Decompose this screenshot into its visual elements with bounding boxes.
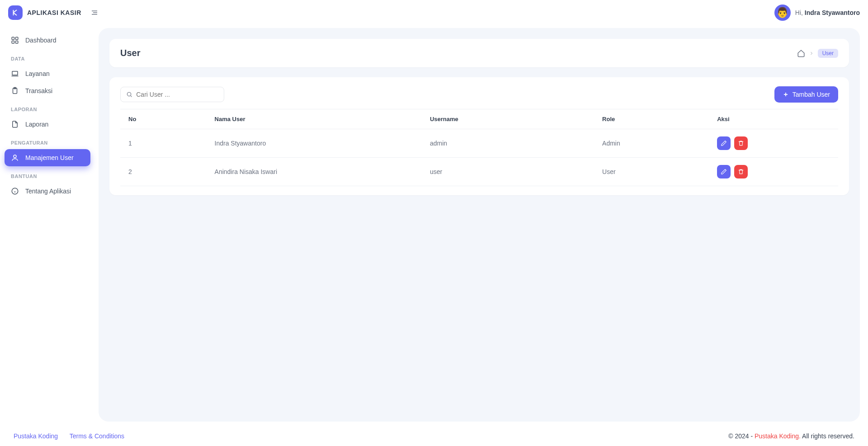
app-logo-icon [8,5,23,20]
sidebar-item-label: Dashboard [25,37,57,44]
main-content: User User Tambah User [99,28,860,422]
dashboard-icon [11,36,19,44]
user-menu[interactable]: Hi, Indra Styawantoro [774,5,860,21]
sidebar-toggle-button[interactable] [90,9,99,17]
sidebar-item-tentang[interactable]: Tentang Aplikasi [5,183,90,200]
sidebar-item-laporan[interactable]: Laporan [5,116,90,133]
breadcrumb-current: User [818,49,838,58]
edit-icon [721,140,727,146]
sidebar-heading-data: DATA [5,49,90,65]
breadcrumb-home[interactable] [797,49,805,57]
table-card: Tambah User No Nama User Username Role A… [109,77,849,195]
edit-button[interactable] [717,165,731,178]
app-name: APLIKASI KASIR [27,9,81,16]
svg-rect-7 [12,71,18,75]
avatar [774,5,791,21]
cell-username: admin [422,129,594,158]
add-user-button[interactable]: Tambah User [774,86,838,103]
svg-point-15 [127,92,131,96]
clipboard-icon [11,87,19,95]
plus-icon [783,91,789,98]
th-username: Username [422,109,594,129]
svg-rect-3 [12,37,14,39]
users-table: No Nama User Username Role Aksi 1 Indra … [120,109,838,186]
sidebar-item-label: Layanan [25,70,50,77]
search-input[interactable] [136,91,218,98]
edit-button[interactable] [717,136,731,150]
page-header-card: User User [109,39,849,67]
sidebar-item-label: Manajemen User [25,154,74,161]
cell-username: user [422,158,594,186]
search-icon [126,91,132,98]
topbar: APLIKASI KASIR Hi, Indra Styawantoro [0,0,868,25]
th-nama: Nama User [207,109,422,129]
page-title: User [120,48,140,58]
sidebar-item-label: Laporan [25,121,48,128]
cell-no: 1 [120,129,207,158]
th-role: Role [594,109,709,129]
footer-link-terms[interactable]: Terms & Conditions [70,432,124,440]
info-icon [11,187,19,195]
document-icon [11,120,19,128]
th-aksi: Aksi [709,109,838,129]
trash-icon [738,169,744,175]
svg-line-16 [131,96,132,97]
delete-button[interactable] [734,136,748,150]
cell-nama: Anindira Nisaka Iswari [207,158,422,186]
sidebar-item-manajemen-user[interactable]: Manajemen User [5,149,90,166]
delete-button[interactable] [734,165,748,178]
sidebar: Dashboard DATA Layanan Transaksi LAPORAN… [0,25,95,426]
user-greeting: Hi, Indra Styawantoro [795,9,860,16]
brand[interactable]: APLIKASI KASIR [8,5,81,20]
table-row: 2 Anindira Nisaka Iswari user User [120,158,838,186]
cell-role: Admin [594,129,709,158]
sidebar-item-dashboard[interactable]: Dashboard [5,32,90,49]
svg-rect-4 [16,37,18,39]
footer: Pustaka Koding Terms & Conditions © 2024… [0,426,868,446]
home-icon [797,49,805,57]
search-box[interactable] [120,87,224,102]
cell-role: User [594,158,709,186]
svg-point-11 [14,155,16,158]
th-no: No [120,109,207,129]
chevron-right-icon [809,51,814,56]
cell-nama: Indra Styawantoro [207,129,422,158]
breadcrumb: User [797,49,838,58]
edit-icon [721,169,727,175]
sidebar-heading-bantuan: BANTUAN [5,166,90,183]
sidebar-item-transaksi[interactable]: Transaksi [5,82,90,99]
svg-rect-5 [12,41,14,43]
footer-link-pustaka[interactable]: Pustaka Koding [14,432,58,440]
sidebar-item-label: Transaksi [25,87,52,94]
table-row: 1 Indra Styawantoro admin Admin [120,129,838,158]
table-toolbar: Tambah User [120,86,838,103]
sidebar-item-label: Tentang Aplikasi [25,188,71,195]
laptop-icon [11,70,19,78]
sidebar-heading-pengaturan: PENGATURAN [5,133,90,149]
sidebar-heading-laporan: LAPORAN [5,99,90,116]
cell-no: 2 [120,158,207,186]
svg-rect-6 [16,41,18,43]
user-icon [11,154,19,162]
footer-copyright: © 2024 - Pustaka Koding. All rights rese… [728,432,854,440]
trash-icon [738,140,744,146]
sidebar-item-layanan[interactable]: Layanan [5,65,90,82]
